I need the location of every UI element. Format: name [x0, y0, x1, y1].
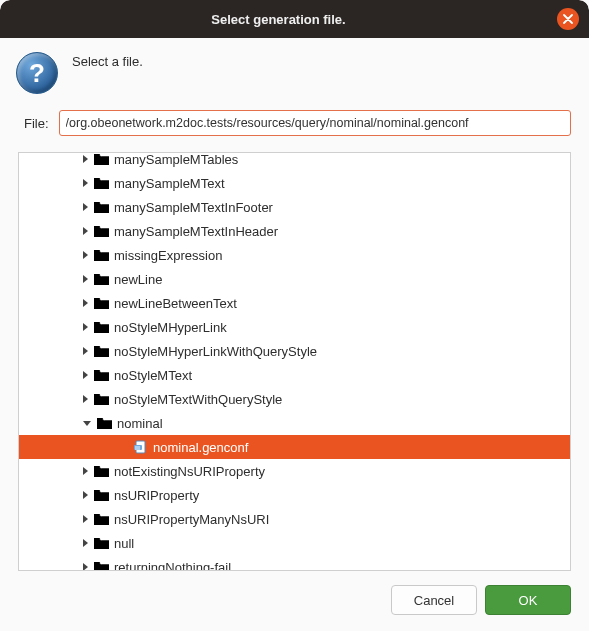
folder-icon — [97, 417, 112, 429]
tree-item-label: newLineBetweenText — [114, 296, 237, 311]
chevron-right-icon — [83, 155, 88, 163]
window-title: Select generation file. — [0, 12, 557, 27]
question-icon: ? — [16, 52, 58, 94]
tree-folder-item[interactable]: noStyleMTextWithQueryStyle — [19, 387, 570, 411]
tree-item-label: noStyleMText — [114, 368, 192, 383]
folder-icon — [94, 537, 109, 549]
tree-container: manySampleMTablesmanySampleMTextmanySamp… — [18, 152, 571, 571]
tree-item-label: returningNothing-fail — [114, 560, 231, 571]
folder-icon — [94, 465, 109, 477]
chevron-right-icon — [83, 203, 88, 211]
tree-item-label: manySampleMTextInHeader — [114, 224, 278, 239]
tree-item-label: missingExpression — [114, 248, 222, 263]
tree-folder-item[interactable]: newLine — [19, 267, 570, 291]
chevron-right-icon — [83, 491, 88, 499]
folder-icon — [94, 345, 109, 357]
folder-icon — [94, 321, 109, 333]
tree-item-label: nsURIProperty — [114, 488, 199, 503]
tree-folder-item[interactable]: returningNothing-fail — [19, 555, 570, 570]
folder-icon — [94, 273, 109, 285]
tree-folder-item[interactable]: null — [19, 531, 570, 555]
tree-item-label: manySampleMTables — [114, 153, 238, 167]
chevron-right-icon — [83, 467, 88, 475]
tree-folder-item[interactable]: manySampleMTextInHeader — [19, 219, 570, 243]
folder-icon — [94, 153, 109, 165]
file-row: File: — [0, 100, 589, 146]
folder-icon — [94, 177, 109, 189]
tree-folder-item[interactable]: nominal — [19, 411, 570, 435]
folder-icon — [94, 201, 109, 213]
tree-folder-item[interactable]: noStyleMHyperLinkWithQueryStyle — [19, 339, 570, 363]
close-icon — [563, 14, 573, 24]
folder-icon — [94, 369, 109, 381]
window-close-button[interactable] — [557, 8, 579, 30]
chevron-right-icon — [83, 347, 88, 355]
cancel-button[interactable]: Cancel — [391, 585, 477, 615]
chevron-right-icon — [83, 395, 88, 403]
file-label: File: — [24, 116, 49, 131]
chevron-right-icon — [83, 227, 88, 235]
tree-item-label: nsURIPropertyManyNsURI — [114, 512, 269, 527]
tree-item-label: noStyleMHyperLink — [114, 320, 227, 335]
tree-folder-item[interactable]: nsURIPropertyManyNsURI — [19, 507, 570, 531]
dialog-window: Select generation file. ? Select a file.… — [0, 0, 589, 631]
ok-button[interactable]: OK — [485, 585, 571, 615]
chevron-right-icon — [83, 275, 88, 283]
titlebar: Select generation file. — [0, 0, 589, 38]
chevron-right-icon — [83, 299, 88, 307]
folder-icon — [94, 225, 109, 237]
folder-icon — [94, 561, 109, 570]
tree-folder-item[interactable]: manySampleMTables — [19, 153, 570, 171]
tree-item-label: manySampleMTextInFooter — [114, 200, 273, 215]
button-bar: Cancel OK — [0, 571, 589, 631]
tree-file-item[interactable]: nominal.genconf — [19, 435, 570, 459]
folder-icon — [94, 297, 109, 309]
folder-icon — [94, 513, 109, 525]
folder-icon — [94, 249, 109, 261]
tree-folder-item[interactable]: noStyleMText — [19, 363, 570, 387]
tree-item-label: noStyleMTextWithQueryStyle — [114, 392, 282, 407]
chevron-right-icon — [83, 515, 88, 523]
tree-item-label: null — [114, 536, 134, 551]
folder-icon — [94, 393, 109, 405]
folder-icon — [94, 489, 109, 501]
file-tree[interactable]: manySampleMTablesmanySampleMTextmanySamp… — [19, 153, 570, 570]
tree-folder-item[interactable]: manySampleMText — [19, 171, 570, 195]
tree-item-label: nominal — [117, 416, 163, 431]
chevron-right-icon — [83, 539, 88, 547]
tree-item-label: nominal.genconf — [153, 440, 248, 455]
tree-folder-item[interactable]: notExistingNsURIProperty — [19, 459, 570, 483]
tree-folder-item[interactable]: manySampleMTextInFooter — [19, 195, 570, 219]
tree-item-label: noStyleMHyperLinkWithQueryStyle — [114, 344, 317, 359]
header-message: Select a file. — [72, 52, 143, 69]
header: ? Select a file. — [0, 38, 589, 100]
chevron-right-icon — [83, 323, 88, 331]
tree-folder-item[interactable]: missingExpression — [19, 243, 570, 267]
chevron-down-icon — [83, 421, 91, 426]
chevron-right-icon — [83, 563, 88, 570]
tree-folder-item[interactable]: noStyleMHyperLink — [19, 315, 570, 339]
tree-folder-item[interactable]: newLineBetweenText — [19, 291, 570, 315]
tree-item-label: newLine — [114, 272, 162, 287]
tree-item-label: notExistingNsURIProperty — [114, 464, 265, 479]
tree-item-label: manySampleMText — [114, 176, 225, 191]
chevron-right-icon — [83, 179, 88, 187]
tree-folder-item[interactable]: nsURIProperty — [19, 483, 570, 507]
file-path-input[interactable] — [59, 110, 571, 136]
chevron-right-icon — [83, 371, 88, 379]
genconf-file-icon — [134, 440, 148, 454]
chevron-right-icon — [83, 251, 88, 259]
